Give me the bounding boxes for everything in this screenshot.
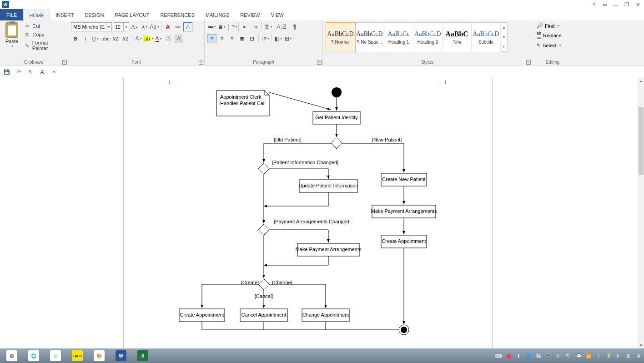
qat-save-button[interactable]: 💾 bbox=[3, 68, 11, 76]
styles-scroll-up[interactable]: ▲ bbox=[501, 23, 507, 32]
character-border-button[interactable]: A bbox=[183, 22, 192, 31]
taskbar-kakaotalk[interactable]: TALK bbox=[67, 349, 87, 362]
tray-up-icon[interactable]: ⬆ bbox=[515, 352, 522, 359]
tab-file[interactable]: FILE bbox=[0, 9, 23, 20]
style-heading1[interactable]: AaBbCc Heading 1 bbox=[384, 23, 413, 52]
bullets-button[interactable]: ≔▼ bbox=[207, 22, 216, 31]
scroll-up-icon[interactable]: ▲ bbox=[638, 78, 644, 84]
tray-office-icon[interactable]: ⬤ bbox=[505, 352, 512, 359]
grow-font-button[interactable]: A▲ bbox=[130, 22, 139, 31]
bold-button[interactable]: B bbox=[71, 34, 80, 43]
document-area[interactable]: Appointment Clerk Handles Patient Call G… bbox=[0, 78, 638, 348]
superscript-button[interactable]: x2 bbox=[121, 34, 130, 43]
align-right-button[interactable]: ≡ bbox=[227, 34, 236, 43]
qat-customize-button[interactable]: A bbox=[38, 68, 46, 76]
tray-sync-icon[interactable]: 🔄 bbox=[535, 352, 542, 359]
tray-bluetooth-icon[interactable]: ᛒ bbox=[595, 352, 602, 359]
styles-expand[interactable]: ▾ bbox=[501, 42, 507, 52]
tray-browser-icon[interactable]: 🌐 bbox=[525, 352, 532, 359]
styles-scroll-down[interactable]: ▼ bbox=[501, 32, 507, 42]
align-left-button[interactable]: ≡ bbox=[207, 34, 216, 43]
taskbar-word[interactable]: W bbox=[111, 349, 131, 362]
start-button[interactable]: ⊞ bbox=[2, 349, 22, 362]
taskbar-ie[interactable]: e bbox=[45, 349, 65, 362]
windows-taskbar[interactable]: ⊞ 🌐 e TALK 🎨 W X ⌨ ⬤ ⬆ 🌐 🔄 🔊 🏳 🛡 💬 📶 ᛒ 🔋… bbox=[0, 348, 644, 363]
tab-references[interactable]: REFERENCES bbox=[155, 9, 200, 20]
asian-layout-button[interactable]: 文▼ bbox=[264, 22, 273, 31]
borders-button[interactable]: ⊞▼ bbox=[284, 34, 293, 43]
tray-ime-icon[interactable]: A bbox=[635, 352, 642, 359]
font-dialog-launcher[interactable]: ↘ bbox=[199, 60, 203, 65]
tab-insert[interactable]: INSERT bbox=[50, 9, 79, 20]
styles-gallery[interactable]: AaBbCcD ¶ Normal AaBbCcD ¶ No Spac... Aa… bbox=[326, 22, 508, 52]
tray-keyboard-icon[interactable]: ⌨ bbox=[495, 352, 502, 359]
change-case-button[interactable]: Aa▼ bbox=[150, 22, 159, 31]
ribbon-display-icon[interactable]: ▭ bbox=[599, 1, 610, 8]
sort-button[interactable]: A↓Z bbox=[277, 22, 286, 31]
find-button[interactable]: 🔎Find▼ bbox=[535, 22, 564, 29]
clipboard-dialog-launcher[interactable]: ↘ bbox=[62, 60, 67, 65]
style-subtitle[interactable]: AaBbCcD Subtitle bbox=[472, 23, 501, 52]
tray-signal-icon[interactable]: 📶 bbox=[585, 352, 592, 359]
font-size-combo[interactable]: 12▼ bbox=[113, 22, 129, 31]
close-icon[interactable]: ✕ bbox=[632, 1, 643, 8]
replace-button[interactable]: abacReplace bbox=[535, 30, 564, 40]
tray-shield-icon[interactable]: 🛡 bbox=[565, 352, 572, 359]
taskbar-paint[interactable]: 🎨 bbox=[89, 349, 109, 362]
qat-more-button[interactable]: ▾ bbox=[50, 68, 58, 76]
document-page[interactable]: Appointment Clerk Handles Patient Call G… bbox=[124, 78, 492, 348]
tab-review[interactable]: REVIEW bbox=[235, 9, 265, 20]
tray-chat-icon[interactable]: 💬 bbox=[575, 352, 582, 359]
style-no-spacing[interactable]: AaBbCcD ¶ No Spac... bbox=[355, 23, 384, 52]
restore-icon[interactable]: ❐ bbox=[621, 1, 632, 8]
style-heading2[interactable]: AaBbCcD Heading 2 bbox=[413, 23, 443, 52]
justify-button[interactable]: ≣ bbox=[237, 34, 247, 43]
paragraph-dialog-launcher[interactable]: ↘ bbox=[317, 60, 322, 65]
taskbar-chrome[interactable]: 🌐 bbox=[24, 349, 44, 362]
styles-dialog-launcher[interactable]: ↘ bbox=[526, 60, 531, 65]
style-title[interactable]: AaBbC Title bbox=[443, 23, 472, 52]
tab-mailings[interactable]: MAILINGS bbox=[200, 9, 235, 20]
shading-button[interactable]: ◧▼ bbox=[274, 34, 283, 43]
multilevel-list-button[interactable]: ⋮≡▼ bbox=[227, 22, 236, 31]
copy-button[interactable]: ⧉Copy bbox=[23, 31, 65, 38]
decrease-indent-button[interactable]: ⇤ bbox=[241, 22, 250, 31]
align-center-button[interactable]: ≡ bbox=[217, 34, 226, 43]
tab-home[interactable]: HOME bbox=[23, 10, 50, 21]
numbering-button[interactable]: ≣▼ bbox=[217, 22, 226, 31]
distributed-button[interactable]: ⊟ bbox=[247, 34, 257, 43]
tray-flag-icon[interactable]: 🏳 bbox=[555, 352, 562, 359]
style-normal[interactable]: AaBbCcD ¶ Normal bbox=[326, 23, 355, 52]
strikethrough-button[interactable]: abc bbox=[101, 34, 110, 43]
tray-volume-icon[interactable]: 🔊 bbox=[545, 352, 552, 359]
tray-battery-icon[interactable]: 🔋 bbox=[605, 352, 612, 359]
italic-button[interactable]: I bbox=[81, 34, 90, 43]
phonetic-guide-button[interactable]: abc bbox=[173, 22, 182, 31]
increase-indent-button[interactable]: ⇥ bbox=[251, 22, 260, 31]
enclose-characters-button[interactable]: Ⓐ bbox=[164, 34, 173, 43]
tray-action-icon[interactable]: 🏳 bbox=[615, 352, 622, 359]
select-button[interactable]: ↖Select▼ bbox=[535, 42, 564, 49]
chevron-down-icon[interactable]: ▼ bbox=[123, 23, 129, 31]
chevron-down-icon[interactable]: ▼ bbox=[106, 23, 111, 31]
subscript-button[interactable]: x2 bbox=[111, 34, 120, 43]
qat-redo-button[interactable]: ↻ bbox=[26, 68, 35, 76]
font-color-button[interactable]: A▼ bbox=[154, 34, 163, 43]
taskbar-excel[interactable]: X bbox=[133, 349, 153, 362]
tab-view[interactable]: VIEW bbox=[266, 9, 289, 20]
vertical-scrollbar[interactable]: ▲ ▼ bbox=[638, 78, 644, 348]
tab-page-layout[interactable]: PAGE LAYOUT bbox=[110, 9, 155, 20]
qat-undo-button[interactable]: ↶ bbox=[15, 68, 23, 76]
underline-button[interactable]: U▼ bbox=[91, 34, 100, 43]
show-hide-button[interactable]: ¶ bbox=[290, 22, 299, 31]
cut-button[interactable]: ✂Cut bbox=[23, 22, 65, 30]
shrink-font-button[interactable]: A▼ bbox=[140, 22, 149, 31]
scroll-down-icon[interactable]: ▼ bbox=[638, 342, 644, 348]
character-shading-button[interactable]: A bbox=[174, 34, 183, 43]
minimize-icon[interactable]: — bbox=[610, 1, 621, 8]
scrollbar-thumb[interactable] bbox=[639, 107, 644, 175]
tray-clock-icon[interactable]: ⊞ bbox=[625, 352, 632, 359]
highlight-button[interactable]: ab▼ bbox=[144, 34, 153, 43]
text-effects-button[interactable]: A▼ bbox=[134, 34, 143, 43]
tab-design[interactable]: DESIGN bbox=[79, 9, 109, 20]
